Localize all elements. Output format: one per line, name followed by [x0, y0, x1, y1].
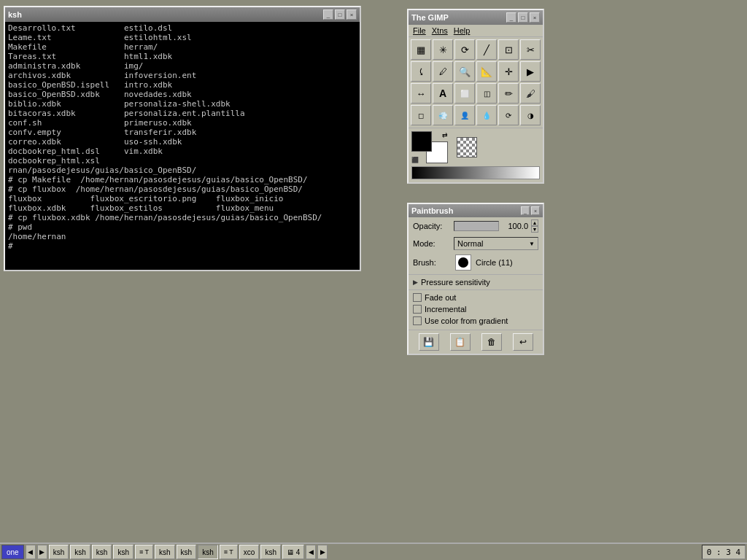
gimp-gradient-display [411, 166, 540, 179]
gimp-title: The GIMP [411, 13, 449, 22]
paintbrush-window-buttons: _ × [521, 206, 540, 215]
gradient-checkbox[interactable] [413, 316, 422, 325]
paintbrush-reset-button[interactable]: ↩ [513, 333, 533, 351]
tool-smudge[interactable]: ⟳ [498, 105, 519, 125]
tool-airbrush[interactable]: 💨 [433, 105, 453, 125]
taskbar-item-ksh-3[interactable]: ksh [92, 545, 112, 559]
paintbrush-close-button[interactable]: × [531, 206, 540, 215]
tool-ellipse-select[interactable]: ✳ [433, 39, 453, 60]
fade-out-checkbox[interactable] [413, 293, 422, 302]
terminal-title: ksh [8, 10, 22, 19]
brush-row: Brush: Circle (11) [409, 252, 543, 273]
gimp-minimize-button[interactable]: _ [506, 12, 516, 23]
gimp-menu-file[interactable]: File [413, 26, 426, 35]
tool-move[interactable]: ✛ [498, 61, 519, 82]
gimp-close-button[interactable]: × [530, 12, 540, 23]
gradient-label: Use color from gradient [425, 316, 508, 325]
tool-paths[interactable]: ⤹ [411, 61, 431, 82]
pressure-arrow-icon: ▶ [413, 279, 418, 286]
paintbrush-delete-button[interactable]: 🗑 [481, 333, 502, 351]
terminal-minimize-button[interactable]: _ [323, 9, 333, 20]
taskbar-item-ksh-5[interactable]: ksh [155, 545, 175, 559]
mode-label: Mode: [413, 239, 451, 248]
taskbar-item-t-2[interactable]: ≡ T [220, 545, 238, 559]
brush-circle-icon [458, 257, 468, 268]
paintbrush-restore-button[interactable]: 📋 [450, 333, 471, 351]
taskbar-next-button[interactable]: ▶ [37, 545, 47, 559]
foreground-color-box[interactable] [411, 131, 432, 152]
tool-fill[interactable]: ⬜ [454, 83, 475, 104]
gimp-maximize-button[interactable]: □ [518, 12, 528, 23]
taskbar-item-ksh-1[interactable]: ksh [49, 545, 69, 559]
terminal-window-buttons: _ □ × [323, 9, 357, 20]
fade-out-label: Fade out [425, 293, 456, 302]
color-selector[interactable]: ⇄ ⬛ [411, 131, 448, 163]
taskbar-clock: 0 : 3 4 [702, 545, 746, 559]
tool-color-pick[interactable]: 🖊 [433, 61, 453, 82]
paintbrush-window: Paintbrush _ × Opacity: 100.0 ▲ ▼ Mode: … [407, 203, 544, 355]
tool-pencil-select[interactable]: ╱ [476, 39, 497, 60]
mode-select[interactable]: Normal ▼ [454, 237, 538, 250]
swap-colors-icon[interactable]: ⇄ [442, 131, 448, 139]
color-pattern-area [451, 137, 540, 158]
terminal-close-button[interactable]: × [347, 9, 357, 20]
paintbrush-save-button[interactable]: 💾 [419, 333, 439, 351]
taskbar-desktop-label: one [1, 545, 24, 559]
gimp-menu-xtns[interactable]: Xtns [432, 26, 448, 35]
tool-pencil[interactable]: ✏ [498, 83, 519, 104]
taskbar-item-ksh-6[interactable]: ksh [177, 545, 197, 559]
paintbrush-title: Paintbrush [411, 206, 453, 215]
terminal-titlebar: ksh _ □ × [5, 7, 360, 22]
tool-clone[interactable]: 👤 [454, 105, 475, 125]
pressure-sensitivity-section[interactable]: ▶ Pressure sensitivity [409, 276, 543, 288]
taskbar-item-ksh-4[interactable]: ksh [113, 545, 133, 559]
taskbar-prev-button[interactable]: ◀ [26, 545, 36, 559]
opacity-slider[interactable] [454, 221, 499, 231]
divider-1 [409, 274, 543, 275]
paintbrush-minimize-button[interactable]: _ [521, 206, 530, 215]
taskbar-item-desktop-4[interactable]: 🖥 4 [282, 545, 304, 559]
tool-rect-select[interactable]: ▦ [411, 39, 431, 60]
tool-magic-select[interactable]: ⊡ [498, 39, 519, 60]
tool-measure[interactable]: 📐 [476, 61, 497, 82]
incremental-row: Incremental [409, 303, 543, 315]
brush-preview[interactable] [455, 254, 471, 271]
taskbar-item-t-1[interactable]: ≡ T [135, 545, 153, 559]
tool-paintbrush[interactable]: 🖌 [520, 83, 541, 104]
terminal-window: ksh _ □ × Desarrollo.txt estilo.dsl Leam… [4, 6, 361, 271]
incremental-checkbox[interactable] [413, 305, 422, 314]
terminal-content[interactable]: Desarrollo.txt estilo.dsl Leame.txt esti… [5, 22, 360, 270]
tool-dodge-burn[interactable]: ◑ [520, 105, 541, 125]
taskbar-prev2-button[interactable]: ◀ [306, 545, 316, 559]
gimp-menu-help[interactable]: Help [454, 26, 471, 35]
incremental-label: Incremental [425, 305, 466, 314]
tool-eraser[interactable]: ◻ [411, 105, 431, 125]
opacity-stepper[interactable]: ▲ ▼ [531, 219, 538, 233]
tool-flip[interactable]: ↔ [411, 83, 431, 104]
opacity-value: 100.0 [502, 222, 528, 230]
taskbar-item-xco[interactable]: xco [239, 545, 260, 559]
pattern-preview[interactable] [457, 137, 477, 158]
brush-label: Brush: [413, 258, 451, 267]
gradient-row: Use color from gradient [409, 315, 543, 327]
tool-text[interactable]: A [433, 83, 453, 104]
tool-zoom[interactable]: 🔍 [454, 61, 475, 82]
taskbar-item-ksh-2[interactable]: ksh [70, 545, 90, 559]
tool-convolve[interactable]: 💧 [476, 105, 497, 125]
divider-2 [409, 289, 543, 290]
opacity-row: Opacity: 100.0 ▲ ▼ [409, 217, 543, 235]
tool-transform[interactable]: ▶ [520, 61, 541, 82]
taskbar-item-ksh-8[interactable]: ksh [260, 545, 281, 559]
opacity-down-button[interactable]: ▼ [531, 226, 538, 233]
tool-gradient[interactable]: ◫ [476, 83, 497, 104]
brush-name: Circle (11) [476, 258, 513, 267]
reset-colors-icon[interactable]: ⬛ [411, 157, 419, 163]
taskbar-next2-button[interactable]: ▶ [317, 545, 328, 559]
tool-scissors[interactable]: ✂ [520, 39, 541, 60]
taskbar-item-ksh-7[interactable]: ksh [198, 545, 218, 559]
mode-value: Normal [457, 239, 483, 248]
tool-lasso[interactable]: ⟳ [454, 39, 475, 60]
terminal-maximize-button[interactable]: □ [335, 9, 345, 20]
gimp-window-buttons: _ □ × [506, 12, 540, 23]
opacity-up-button[interactable]: ▲ [531, 219, 538, 226]
